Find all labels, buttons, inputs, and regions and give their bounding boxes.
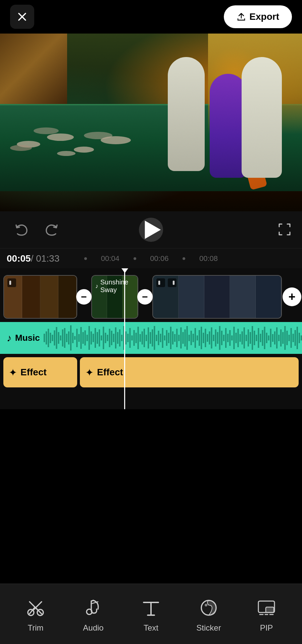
svg-point-148: [205, 604, 207, 606]
video-clip-1[interactable]: [3, 275, 77, 319]
svg-rect-132: [301, 335, 302, 340]
svg-rect-118: [272, 334, 273, 342]
svg-rect-150: [266, 607, 274, 612]
fullscreen-button[interactable]: [277, 222, 292, 238]
clip1-handle-icon: [7, 278, 16, 287]
svg-rect-23: [78, 334, 80, 342]
svg-rect-47: [127, 334, 129, 342]
svg-rect-81: [197, 335, 198, 340]
toolbar-trim-label: Trim: [28, 623, 43, 633]
effect-track-1[interactable]: ✦ Effect: [3, 357, 77, 387]
music-note-icon: ♪: [7, 332, 12, 344]
svg-rect-56: [146, 335, 147, 341]
svg-rect-93: [221, 331, 222, 345]
redo-button[interactable]: [38, 216, 66, 244]
audio-icon: [81, 596, 105, 620]
svg-rect-26: [85, 330, 86, 345]
music-track-label-group: ♪ Music: [7, 332, 40, 344]
svg-rect-77: [189, 335, 190, 341]
svg-rect-15: [62, 329, 63, 346]
svg-line-137: [35, 607, 42, 614]
svg-rect-64: [162, 328, 163, 348]
svg-rect-34: [101, 335, 102, 340]
svg-rect-108: [252, 326, 253, 350]
music-track[interactable]: ♪ Music: [0, 322, 302, 354]
svg-rect-61: [156, 335, 157, 341]
svg-rect-103: [242, 331, 243, 344]
time-markers: 00:04 00:06 00:08: [0, 254, 302, 263]
export-label: Export: [249, 11, 279, 22]
effect-track-2[interactable]: ✦ Effect: [80, 357, 299, 387]
svg-rect-40: [113, 334, 114, 342]
music-icon-small: ♪: [95, 283, 98, 290]
toolbar-item-audio[interactable]: Audio: [64, 590, 122, 638]
clip-minus-2: −: [138, 275, 152, 319]
svg-rect-130: [297, 327, 298, 349]
svg-rect-84: [203, 333, 204, 343]
svg-rect-131: [299, 333, 300, 343]
svg-rect-126: [288, 335, 290, 341]
toolbar-item-pip[interactable]: PIP: [238, 590, 295, 638]
svg-rect-62: [158, 331, 159, 345]
plus-button[interactable]: +: [283, 287, 301, 306]
svg-rect-63: [160, 334, 161, 342]
svg-rect-114: [264, 327, 265, 349]
svg-rect-90: [215, 329, 216, 346]
export-button[interactable]: Export: [224, 5, 292, 28]
svg-rect-96: [227, 334, 229, 342]
time-marker-1: 00:04: [101, 254, 119, 263]
clip2-label-group: ♪ Sunshine Sway: [95, 278, 138, 294]
svg-rect-80: [195, 328, 196, 348]
svg-rect-44: [121, 335, 122, 341]
svg-rect-5: [173, 281, 174, 285]
svg-rect-117: [270, 329, 271, 347]
toolbar-text-label: Text: [144, 623, 158, 633]
svg-rect-82: [199, 330, 200, 346]
svg-rect-36: [105, 333, 106, 343]
svg-rect-127: [291, 328, 292, 348]
svg-rect-35: [103, 327, 104, 349]
svg-rect-28: [89, 326, 90, 350]
video-preview: [0, 34, 302, 211]
video-clip-2[interactable]: ♪ Sunshine Sway: [91, 275, 138, 319]
toolbar-item-text[interactable]: Text: [122, 590, 180, 638]
effect2-label: Effect: [97, 367, 123, 378]
svg-rect-69: [172, 331, 173, 344]
toolbar-audio-label: Audio: [83, 623, 103, 633]
svg-rect-72: [178, 335, 180, 341]
undo-button[interactable]: [7, 216, 35, 244]
svg-rect-58: [150, 332, 151, 344]
time-dot-3: [183, 257, 185, 260]
video-clip-3[interactable]: [152, 275, 282, 319]
svg-rect-12: [56, 327, 57, 349]
pip-icon: [254, 596, 279, 620]
svg-rect-30: [93, 334, 94, 342]
close-button[interactable]: [10, 5, 34, 29]
svg-rect-101: [238, 329, 239, 347]
trim-icon: [23, 596, 48, 620]
svg-rect-76: [187, 326, 188, 350]
svg-rect-79: [193, 334, 194, 342]
svg-rect-120: [276, 327, 278, 348]
minus-button-2[interactable]: −: [137, 289, 153, 305]
svg-rect-100: [235, 333, 237, 343]
svg-rect-20: [72, 333, 73, 343]
svg-rect-6: [44, 334, 45, 342]
svg-rect-86: [207, 334, 208, 342]
svg-rect-53: [140, 334, 141, 342]
toolbar-item-sticker[interactable]: Sticker: [180, 590, 238, 638]
svg-rect-4: [158, 281, 160, 285]
svg-rect-33: [99, 329, 100, 346]
svg-rect-68: [170, 327, 171, 349]
toolbar-item-trim[interactable]: Trim: [7, 590, 64, 638]
waveform: [44, 322, 302, 354]
header: Export: [0, 0, 302, 34]
svg-rect-49: [131, 335, 133, 340]
svg-rect-25: [83, 332, 84, 344]
svg-rect-129: [295, 330, 296, 346]
play-button[interactable]: [138, 216, 164, 243]
minus-button-1[interactable]: −: [76, 289, 92, 305]
svg-rect-16: [64, 328, 65, 348]
video-track: − ♪ Sunshine Sway −: [0, 275, 302, 319]
svg-rect-55: [144, 329, 145, 347]
